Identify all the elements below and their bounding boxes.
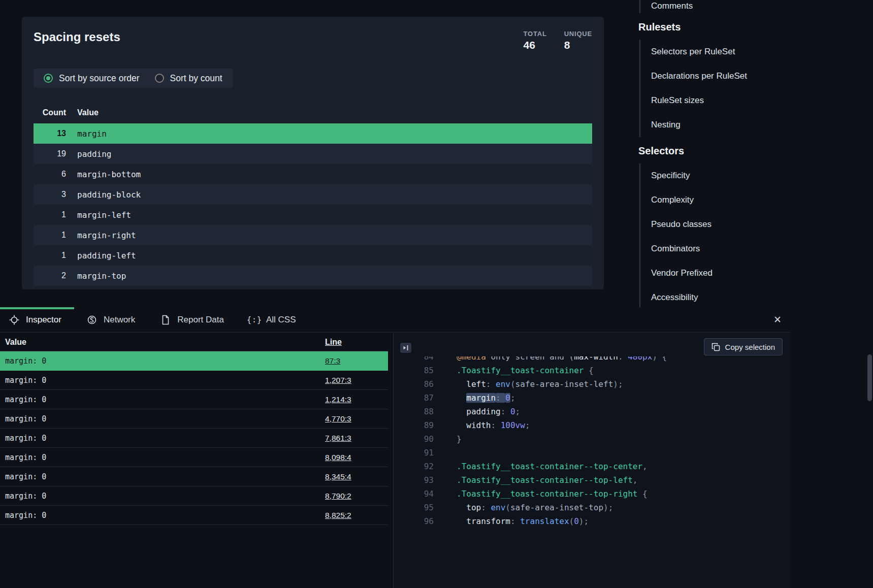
stat-value: 46 [524, 39, 547, 51]
result-row[interactable]: margin: 08,345:4 [0, 467, 388, 486]
code-viewer[interactable]: 84@media only screen and (max-width: 480… [394, 356, 790, 588]
line-link[interactable]: 8,825:2 [325, 511, 351, 520]
code-line-text: @media only screen and (max-width: 480px… [434, 356, 667, 364]
line-number: 87 [394, 391, 434, 405]
line-link[interactable]: 8,345:4 [325, 472, 351, 481]
sidebar-group-rulesets: Selectors per RuleSetDeclarations per Ru… [639, 40, 790, 137]
code-line: 85.Toastify__toast-container { [394, 364, 790, 377]
code-line-text: padding: 0; [434, 405, 520, 418]
line-number: 86 [394, 377, 434, 391]
copy-icon [712, 343, 720, 351]
table-row[interactable]: 1margin-right [34, 225, 592, 245]
line-number: 96 [394, 514, 434, 528]
table-row[interactable]: 1margin-left [34, 205, 592, 225]
sidebar-item-complexity[interactable]: Complexity [640, 188, 790, 212]
line-number: 88 [394, 405, 434, 418]
sort-option-label: Sort by source order [59, 73, 140, 84]
sort-options: Sort by source orderSort by count [34, 69, 233, 88]
code-line-text: transform: translatex(0); [434, 514, 589, 528]
code-line: 90} [394, 432, 790, 446]
result-row[interactable]: margin: 08,825:2 [0, 506, 388, 525]
result-value-cell: margin: 0 [0, 395, 325, 404]
result-value-cell: margin: 0 [0, 511, 325, 520]
sidebar-partial-group: Comments [639, 0, 790, 13]
sidebar-item-accessibility[interactable]: Accessibility [640, 285, 790, 310]
table-row[interactable]: 13margin [34, 123, 592, 144]
code-line-text: width: 100vw; [434, 418, 530, 432]
value-cell: padding-left [77, 251, 136, 260]
result-row[interactable]: margin: 087:3 [0, 351, 388, 371]
result-row[interactable]: margin: 04,770:3 [0, 409, 388, 429]
sidebar-section-title-rulesets: Rulesets [625, 19, 790, 35]
line-number: 94 [394, 487, 434, 501]
inspector-panel: InspectorNetworkReport Data{:}All CSS✕ V… [0, 307, 790, 588]
sidebar-item-nesting[interactable]: Nesting [640, 113, 790, 137]
result-row[interactable]: margin: 01,207:3 [0, 371, 388, 390]
line-link[interactable]: 8,790:2 [325, 492, 351, 501]
sidebar-item-combinators[interactable]: Combinators [640, 237, 790, 261]
line-link[interactable]: 4,770:3 [325, 414, 351, 423]
copy-selection-button[interactable]: Copy selection [704, 338, 783, 355]
result-row[interactable]: margin: 08,098:4 [0, 448, 388, 467]
line-number: 95 [394, 501, 434, 514]
line-link[interactable]: 1,207:3 [325, 376, 351, 385]
result-row[interactable]: margin: 01,214:3 [0, 390, 388, 409]
table-row[interactable]: 6margin-bottom [34, 164, 592, 184]
spacing-table-body: 13margin19padding6margin-bottom3padding-… [34, 123, 592, 286]
sidebar-item-pseudo-classes[interactable]: Pseudo classes [640, 212, 790, 237]
sidebar-group-selectors: SpecificityComplexityPseudo classesCombi… [639, 164, 790, 310]
value-cell: margin-right [77, 231, 136, 240]
count-cell: 19 [34, 149, 66, 158]
sidebar-item-declarations-per-ruleset[interactable]: Declarations per RuleSet [640, 64, 790, 88]
table-row[interactable]: 19padding [34, 144, 592, 164]
sidebar-item-specificity[interactable]: Specificity [640, 164, 790, 188]
code-line: 92.Toastify__toast-container--top-center… [394, 460, 790, 473]
tab-network[interactable]: Network [74, 307, 148, 332]
radio-selected-icon[interactable] [44, 74, 53, 83]
table-row[interactable]: 3padding-block [34, 184, 592, 205]
value-cell: padding-block [77, 190, 141, 200]
results-header: Value Line [0, 333, 388, 351]
radio-icon[interactable] [155, 74, 164, 83]
value-cell: margin-bottom [77, 170, 141, 179]
value-header: Value [77, 108, 99, 117]
code-line-text [434, 446, 457, 460]
code-line-text: .Toastify__toast-container--top-center, [434, 460, 648, 473]
result-row[interactable]: margin: 08,790:2 [0, 486, 388, 506]
page-scrollbar-thumb[interactable] [867, 354, 872, 401]
line-link[interactable]: 87:3 [325, 356, 340, 366]
count-cell: 6 [34, 170, 66, 179]
line-link[interactable]: 7,861:3 [325, 434, 351, 443]
sidebar-item-ruleset-sizes[interactable]: RuleSet sizes [640, 88, 790, 113]
table-row[interactable]: 1padding-left [34, 245, 592, 266]
code-line-text: .Toastify__toast-container { [434, 364, 594, 377]
results-line-header[interactable]: Line [325, 338, 342, 347]
close-icon[interactable]: ✕ [773, 307, 782, 332]
document-icon [160, 315, 171, 325]
sidebar-item-vendor-prefixed[interactable]: Vendor Prefixed [640, 261, 790, 285]
line-number: 92 [394, 460, 434, 473]
stats: TOTAL46UNIQUE8 [524, 29, 592, 51]
tab-bar: InspectorNetworkReport Data{:}All CSS✕ [0, 307, 790, 333]
tab-all-css[interactable]: {:}All CSS [237, 307, 309, 332]
tab-report-data[interactable]: Report Data [148, 307, 237, 332]
result-row[interactable]: margin: 07,861:3 [0, 429, 388, 448]
line-link[interactable]: 1,214:3 [325, 395, 351, 404]
count-cell: 13 [34, 129, 66, 138]
line-number: 89 [394, 418, 434, 432]
code-line: 95 top: env(safe-area-inset-top); [394, 501, 790, 514]
tab-inspector[interactable]: Inspector [0, 307, 74, 332]
code-line-text: margin: 0; [434, 391, 515, 405]
results-pane: Value Line margin: 087:3margin: 01,207:3… [0, 333, 394, 588]
sidebar-item-comments[interactable]: Comments [640, 0, 790, 13]
sort-option-sort-by-source-order[interactable]: Sort by source order [44, 73, 140, 84]
table-row[interactable]: 2margin-top [34, 266, 592, 286]
code-line: 89 width: 100vw; [394, 418, 790, 432]
stat-label: UNIQUE [564, 30, 592, 38]
line-link[interactable]: 8,098:4 [325, 453, 351, 462]
stat-total: TOTAL46 [524, 30, 547, 51]
expand-panel-button[interactable] [400, 343, 411, 353]
sidebar-item-selectors-per-ruleset[interactable]: Selectors per RuleSet [640, 40, 790, 64]
code-line: 84@media only screen and (max-width: 480… [394, 356, 790, 364]
sort-option-sort-by-count[interactable]: Sort by count [155, 73, 222, 84]
